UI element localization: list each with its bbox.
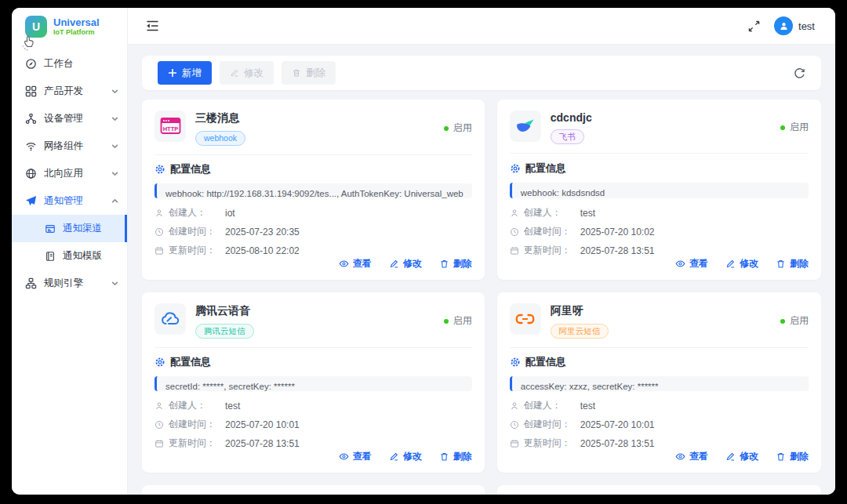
- add-button[interactable]: 新增: [158, 61, 212, 85]
- sidebar-item-notification-channel[interactable]: 通知渠道: [12, 215, 127, 242]
- delete-button[interactable]: 删除: [282, 61, 336, 85]
- feishu-logo-icon: [510, 111, 541, 142]
- pen-icon: [389, 259, 399, 269]
- pen-icon: [725, 259, 736, 269]
- user-menu[interactable]: test: [774, 16, 815, 35]
- view-link[interactable]: 查看: [675, 257, 708, 270]
- sidebar-item-label: 规则引擎: [44, 277, 104, 290]
- status-badge: 启用: [444, 121, 472, 135]
- chevron-down-icon: [111, 279, 119, 288]
- person-icon: [154, 208, 164, 218]
- calendar-icon: [154, 439, 164, 448]
- sidebar-item-northbound[interactable]: 北向应用: [12, 160, 127, 187]
- flowchart-icon: [25, 277, 37, 289]
- config-heading: 配置信息: [525, 355, 566, 369]
- app-window: U Universal IoT Platform 工作台 产品开发: [12, 8, 835, 495]
- gear-icon: [510, 163, 521, 174]
- created-row: 创建时间： 2025-07-20 10:01: [510, 418, 809, 431]
- alicloud-logo-icon: [510, 303, 541, 335]
- updated-row: 更新时间： 2025-07-28 13:51: [510, 437, 809, 450]
- trash-icon: [439, 451, 449, 462]
- sidebar-item-notification-template[interactable]: 通知模版: [12, 242, 127, 270]
- username: test: [798, 20, 815, 32]
- sidebar-item-label: 设备管理: [44, 112, 104, 125]
- sidebar-item-rules-engine[interactable]: 规则引擎: [12, 270, 127, 297]
- webhook-http-logo-icon: HTTP: [154, 111, 186, 142]
- wifi-icon: [25, 140, 37, 152]
- channel-card[interactable]: 阿里呀 阿里云短信 启用 配置信息 accessKey: xzxz, secr: [497, 292, 821, 473]
- updated-row: 更新时间： 2025-07-28 13:51: [154, 437, 472, 450]
- chevron-up-icon: [111, 197, 119, 205]
- channel-card-grid: HTTP 三楼消息 webhook 启用: [142, 100, 821, 495]
- config-value: secretId: ******, secretKey: ******: [154, 376, 472, 391]
- view-link[interactable]: 查看: [339, 257, 372, 270]
- user-avatar-icon: [774, 16, 793, 35]
- clock-icon: [510, 420, 519, 430]
- updated-row: 更新时间： 2025-07-28 13:51: [510, 244, 809, 257]
- chevron-down-icon: [111, 169, 119, 178]
- app-logo[interactable]: U Universal IoT Platform: [12, 8, 127, 45]
- delete-link[interactable]: 删除: [776, 450, 809, 463]
- sidebar-item-notification-mgmt[interactable]: 通知管理: [12, 187, 127, 215]
- config-value: webhook: kdsdsndsd: [510, 183, 809, 198]
- paper-plane-icon: [25, 195, 37, 207]
- status-badge: 启用: [444, 314, 472, 328]
- collapse-sidebar-icon[interactable]: [146, 20, 159, 31]
- channel-type-tag: 飞书: [551, 129, 584, 144]
- sidebar-item-label: 通知渠道: [63, 222, 125, 235]
- sidebar-item-workbench[interactable]: 工作台: [12, 50, 127, 78]
- status-dot: [444, 126, 449, 131]
- edit-link[interactable]: 修改: [725, 257, 758, 270]
- channel-title: 三楼消息: [195, 111, 434, 125]
- edit-link[interactable]: 修改: [389, 257, 422, 270]
- edit-button[interactable]: 修改: [220, 61, 274, 85]
- sidebar-item-device-mgmt[interactable]: 设备管理: [12, 105, 127, 132]
- eye-icon: [675, 259, 685, 269]
- sidebar-item-label: 通知模版: [63, 249, 127, 263]
- sidebar-item-network[interactable]: 网络组件: [12, 132, 127, 160]
- view-link[interactable]: 查看: [339, 450, 372, 463]
- channel-title: 腾讯云语音: [195, 304, 434, 318]
- sidebar-item-label: 工作台: [44, 57, 119, 71]
- sidebar-item-label: 通知管理: [44, 194, 104, 208]
- delete-link[interactable]: 删除: [439, 257, 472, 270]
- sidebar-item-label: 网络组件: [44, 140, 104, 153]
- channel-card[interactable]: 腾讯云语音 腾讯云短信 启用 配置信息 secretId: ******, s: [142, 292, 485, 473]
- refresh-icon[interactable]: [794, 67, 805, 79]
- app-title: Universal: [53, 17, 100, 29]
- divider: [510, 153, 809, 154]
- clock-icon: [154, 227, 164, 237]
- clock-icon: [510, 227, 519, 237]
- trash-icon: [776, 259, 786, 269]
- view-link[interactable]: 查看: [675, 450, 708, 463]
- delete-link[interactable]: 删除: [776, 257, 809, 270]
- delete-link[interactable]: 删除: [439, 450, 472, 463]
- eye-icon: [339, 259, 349, 269]
- tencent-cloud-logo-icon: [154, 303, 186, 335]
- channel-card[interactable]: cdcndjc 飞书 启用 配置信息 webhook: kdsdsndsd: [497, 100, 821, 280]
- app-subtitle: IoT Platform: [53, 28, 100, 36]
- toolbar: 新增 修改 删除: [142, 56, 821, 90]
- svg-text:HTTP: HTTP: [162, 125, 178, 132]
- config-heading: 配置信息: [170, 162, 211, 176]
- notebook-icon: [45, 251, 56, 262]
- created-row: 创建时间： 2025-07-20 10:02: [510, 225, 809, 238]
- sidebar-item-product-dev[interactable]: 产品开发: [12, 78, 127, 105]
- fullscreen-icon[interactable]: [748, 20, 760, 32]
- channel-card[interactable]: HTTP 三楼消息 webhook 启用: [142, 100, 485, 280]
- status-label: 启用: [453, 314, 472, 328]
- channel-type-tag: webhook: [195, 131, 245, 146]
- creator-row: 创建人： test: [510, 399, 809, 412]
- gear-icon: [154, 357, 165, 368]
- nodes-icon: [25, 113, 37, 125]
- compass-icon: [25, 58, 37, 70]
- clock-icon: [154, 420, 164, 430]
- main-area: test 新增 修改 删除: [128, 8, 835, 495]
- config-value: accessKey: xzxz, secretKey: ******: [510, 376, 809, 391]
- gear-icon: [154, 164, 165, 175]
- trash-icon: [292, 68, 301, 78]
- edit-link[interactable]: 修改: [389, 450, 422, 463]
- channel-icon: [45, 223, 56, 234]
- edit-link[interactable]: 修改: [725, 450, 758, 463]
- person-icon: [510, 401, 519, 411]
